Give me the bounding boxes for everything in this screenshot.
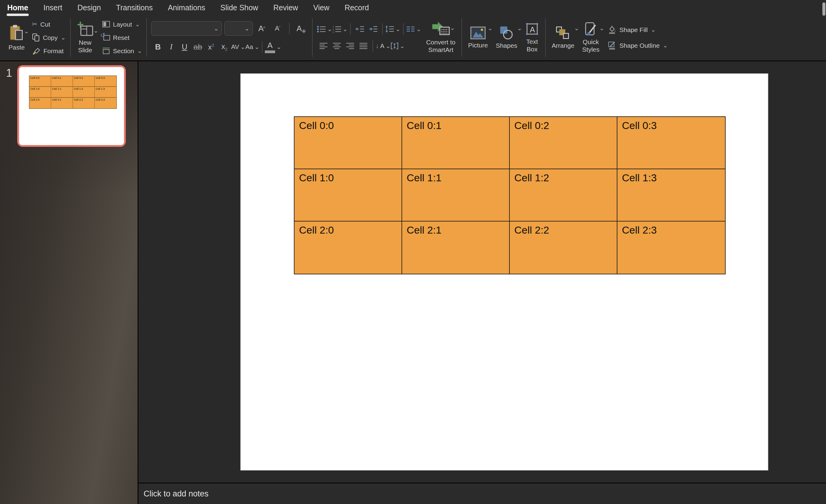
character-spacing-chevron-icon: ⌄ bbox=[240, 45, 245, 49]
table-cell[interactable]: Cell 0:1 bbox=[402, 117, 510, 169]
new-slide-button[interactable]: New Slide ⌄ bbox=[75, 15, 96, 60]
editor-area: Cell 0:0 Cell 0:1 Cell 0:2 Cell 0:3 Cell… bbox=[138, 61, 826, 504]
columns-button[interactable]: ⌄ bbox=[406, 22, 421, 36]
tab-slide-show[interactable]: Slide Show bbox=[220, 3, 258, 12]
clear-formatting-button[interactable]: A◈ bbox=[294, 21, 308, 35]
arrange-label: Arrange bbox=[552, 42, 575, 49]
table-cell[interactable]: Cell 1:3 bbox=[617, 169, 725, 222]
cut-button[interactable]: ✂ Cut bbox=[32, 17, 66, 31]
reset-button[interactable]: ↺ Reset bbox=[102, 31, 142, 44]
separator bbox=[372, 40, 373, 52]
copy-button[interactable]: Copy ⌄ bbox=[32, 31, 66, 44]
slide-canvas[interactable]: Cell 0:0 Cell 0:1 Cell 0:2 Cell 0:3 Cell… bbox=[241, 74, 768, 470]
tab-design[interactable]: Design bbox=[77, 3, 101, 12]
notes-placeholder: Click to add notes bbox=[143, 489, 209, 499]
vertical-scrollbar[interactable] bbox=[822, 2, 825, 16]
paste-button[interactable]: Paste ⌄ bbox=[7, 15, 26, 60]
align-center-button[interactable] bbox=[330, 39, 344, 53]
increase-font-size-button[interactable]: A^ bbox=[255, 21, 269, 35]
ribbon-tab-bar: Home Insert Design Transitions Animation… bbox=[0, 0, 826, 15]
section-button[interactable]: Section ⌄ bbox=[102, 44, 142, 57]
slide-thumbnail-1[interactable]: Cell 0:0 Cell 0:1 Cell 0:2 Cell 0:3 Cell… bbox=[17, 65, 126, 147]
quick-styles-button[interactable]: Quick Styles ⌄ bbox=[581, 15, 601, 60]
font-size-chevron-icon: ⌄ bbox=[245, 26, 250, 30]
layout-button[interactable]: Layout ⌄ bbox=[102, 17, 142, 31]
tab-view[interactable]: View bbox=[313, 3, 330, 12]
new-slide-chevron-icon[interactable]: ⌄ bbox=[94, 28, 99, 33]
subscript-button[interactable]: x2 bbox=[218, 40, 231, 54]
increase-indent-button[interactable] bbox=[366, 22, 380, 36]
clipboard-icon bbox=[9, 24, 24, 42]
thumb-cell: Cell 1:0 bbox=[29, 87, 51, 98]
table-cell[interactable]: Cell 2:0 bbox=[294, 222, 402, 274]
tab-insert[interactable]: Insert bbox=[43, 3, 62, 12]
tab-record[interactable]: Record bbox=[345, 3, 369, 12]
font-color-button[interactable]: A ⌄ bbox=[265, 40, 282, 54]
strikethrough-button[interactable]: ab bbox=[191, 40, 204, 54]
group-divider bbox=[70, 18, 71, 57]
shapes-chevron-icon[interactable]: ⌄ bbox=[517, 26, 522, 30]
tab-animations[interactable]: Animations bbox=[168, 3, 205, 12]
group-divider bbox=[146, 18, 147, 57]
line-spacing-button[interactable]: ⌄ bbox=[385, 22, 401, 36]
strikethrough-icon: ab bbox=[193, 42, 202, 52]
align-text-vertical-button[interactable]: ⌄ bbox=[391, 39, 405, 53]
shape-outline-chevron-icon: ⌄ bbox=[663, 43, 668, 48]
thumb-cell: Cell 2:3 bbox=[95, 98, 116, 109]
tab-home[interactable]: Home bbox=[7, 3, 28, 12]
table-cell[interactable]: Cell 0:2 bbox=[510, 117, 617, 169]
align-left-button[interactable] bbox=[317, 39, 330, 53]
align-right-button[interactable] bbox=[344, 39, 357, 53]
text-direction-button[interactable]: ↓ A ⌄ bbox=[375, 39, 391, 53]
shape-outline-button[interactable]: Shape Outline ⌄ bbox=[607, 41, 668, 50]
convert-to-smartart-label: Convert to SmartArt bbox=[426, 39, 455, 54]
align-left-icon bbox=[319, 42, 328, 50]
picture-chevron-icon[interactable]: ⌄ bbox=[488, 26, 493, 30]
numbering-button[interactable]: 1 2 3 ⌄ bbox=[332, 22, 348, 36]
shape-fill-button[interactable]: Shape Fill ⌄ bbox=[607, 25, 668, 34]
copy-label: Copy bbox=[43, 34, 58, 42]
table-cell[interactable]: Cell 1:0 bbox=[294, 169, 402, 222]
paste-chevron-icon[interactable]: ⌄ bbox=[24, 29, 29, 33]
align-text-vertical-icon bbox=[391, 42, 399, 50]
group-divider bbox=[312, 18, 313, 57]
table-cell[interactable]: Cell 0:0 bbox=[294, 117, 402, 169]
character-spacing-button[interactable]: AV ⌄ bbox=[231, 40, 245, 54]
table-cell[interactable]: Cell 1:2 bbox=[510, 169, 617, 222]
bullets-button[interactable]: ⌄ bbox=[317, 22, 332, 36]
underline-button[interactable]: U bbox=[178, 40, 191, 54]
bullets-icon bbox=[317, 25, 326, 33]
justify-button[interactable] bbox=[357, 39, 370, 53]
bold-button[interactable]: B bbox=[151, 40, 165, 54]
line-spacing-icon bbox=[385, 25, 394, 33]
tab-transitions[interactable]: Transitions bbox=[116, 3, 153, 12]
text-box-button[interactable]: A Text Box bbox=[523, 15, 541, 60]
table-cell[interactable]: Cell 2:3 bbox=[617, 222, 725, 274]
thumbnail-table: Cell 0:0 Cell 0:1 Cell 0:2 Cell 0:3 Cell… bbox=[29, 75, 117, 109]
change-case-button[interactable]: Aa ⌄ bbox=[245, 40, 259, 54]
decrease-indent-button[interactable] bbox=[353, 22, 366, 36]
superscript-button[interactable]: x2 bbox=[204, 40, 218, 54]
picture-button[interactable]: Picture ⌄ bbox=[466, 15, 489, 60]
table-cell[interactable]: Cell 0:3 bbox=[617, 117, 725, 169]
font-name-select[interactable]: ⌄ bbox=[151, 21, 222, 36]
decrease-font-size-button[interactable]: Aˇ bbox=[271, 21, 284, 35]
arrange-button[interactable]: Arrange ⌄ bbox=[550, 15, 576, 60]
thumb-cell: Cell 2:2 bbox=[73, 98, 95, 109]
format-button[interactable]: Format bbox=[32, 44, 66, 57]
table-cell[interactable]: Cell 1:1 bbox=[402, 169, 510, 222]
shapes-button[interactable]: Shapes ⌄ bbox=[494, 15, 519, 60]
notes-pane[interactable]: Click to add notes bbox=[138, 483, 826, 504]
table-cell[interactable]: Cell 2:2 bbox=[510, 222, 617, 274]
convert-to-smartart-button[interactable]: ⌄ Convert to SmartArt bbox=[424, 15, 457, 60]
tab-review[interactable]: Review bbox=[273, 3, 298, 12]
table-cell[interactable]: Cell 2:1 bbox=[402, 222, 510, 274]
align-center-icon bbox=[333, 42, 341, 50]
group-divider bbox=[545, 18, 546, 57]
quick-styles-chevron-icon[interactable]: ⌄ bbox=[599, 26, 604, 30]
arrange-chevron-icon[interactable]: ⌄ bbox=[574, 26, 579, 30]
section-icon bbox=[102, 47, 110, 54]
italic-button[interactable]: I bbox=[165, 40, 178, 54]
thumb-cell: Cell 0:0 bbox=[29, 76, 51, 87]
font-size-select[interactable]: ⌄ bbox=[224, 21, 253, 36]
